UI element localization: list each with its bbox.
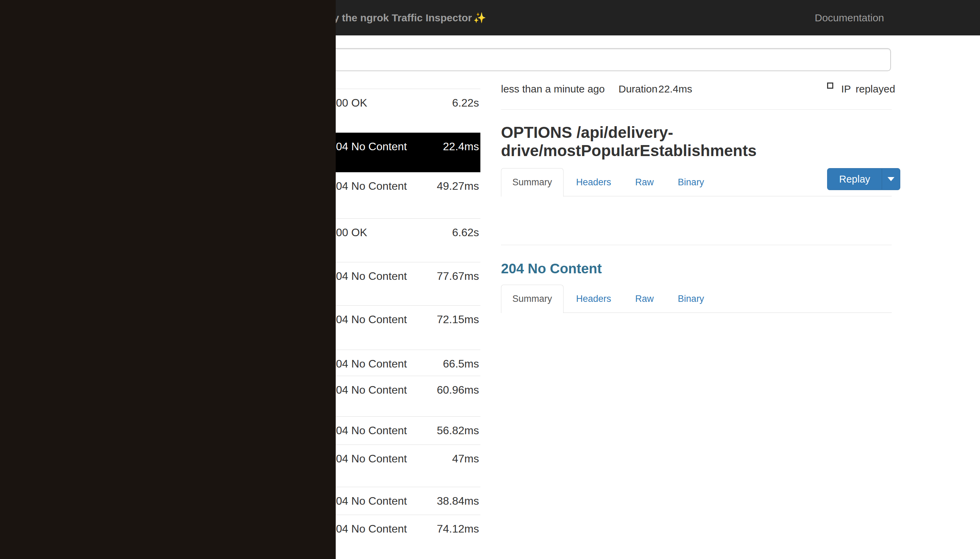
request-status: 204 No Content	[330, 384, 407, 396]
response-tab-summary[interactable]: Summary	[501, 284, 564, 313]
response-tab-raw[interactable]: Raw	[624, 284, 665, 313]
request-status: 204 No Content	[330, 424, 407, 437]
request-tab-headers[interactable]: Headers	[565, 168, 623, 197]
request-tab-binary[interactable]: Binary	[667, 168, 716, 197]
request-status: 204 No Content	[330, 523, 407, 535]
request-detail-panel: less than a minute ago Duration 22.4ms I…	[501, 0, 892, 559]
documentation-link[interactable]: Documentation	[815, 0, 884, 35]
request-status: 204 No Content	[330, 495, 407, 507]
request-duration: 77.67ms	[437, 270, 479, 282]
request-duration: 72.15ms	[437, 313, 479, 326]
request-duration: 56.82ms	[437, 424, 479, 437]
ngrok-inspector-page: y the ngrok Traffic Inspector ✨ Document…	[0, 0, 980, 559]
sparkles-icon: ✨	[473, 12, 486, 24]
response-tab-headers[interactable]: Headers	[565, 284, 623, 313]
request-duration: 22.4ms	[443, 140, 479, 153]
request-status: 204 No Content	[330, 140, 407, 153]
request-duration: 47ms	[452, 452, 479, 465]
request-status: 204 No Content	[330, 357, 407, 370]
response-tab-binary[interactable]: Binary	[667, 284, 716, 313]
request-duration: 74.12ms	[437, 523, 479, 535]
duration-label: Duration	[619, 83, 657, 96]
request-status: 204 No Content	[330, 270, 407, 282]
request-status: 204 No Content	[330, 452, 407, 465]
request-duration: 60.96ms	[437, 384, 479, 396]
response-tabs: SummaryHeadersRawBinary	[501, 284, 892, 313]
traffic-inspector-banner: y the ngrok Traffic Inspector ✨	[333, 0, 486, 35]
request-timestamp: less than a minute ago	[501, 83, 605, 96]
replay-dropdown-button[interactable]	[882, 168, 900, 190]
ip-label: IP	[841, 83, 851, 96]
caret-down-icon	[888, 177, 894, 181]
replay-button[interactable]: Replay	[827, 168, 882, 190]
request-duration: 66.5ms	[443, 357, 479, 370]
response-status-heading: 204 No Content	[501, 260, 602, 277]
banner-text: y the ngrok Traffic Inspector	[333, 12, 472, 24]
request-duration: 6.22s	[452, 97, 479, 109]
replay-split-button: Replay	[827, 168, 900, 190]
request-status: 204 No Content	[330, 313, 407, 326]
replayed-label: replayed	[856, 83, 895, 96]
meta-divider	[501, 109, 892, 110]
request-meta-row: less than a minute ago Duration 22.4ms I…	[501, 83, 892, 96]
duration-value: 22.4ms	[658, 83, 692, 96]
ip-checkbox[interactable]	[827, 83, 833, 89]
request-status: 204 No Content	[330, 180, 407, 192]
request-duration: 49.27ms	[437, 180, 479, 192]
request-duration: 6.62s	[452, 226, 479, 238]
request-title: OPTIONS /api/delivery-drive/mostPopularE…	[501, 123, 893, 160]
dark-side-panel	[0, 0, 336, 559]
request-tab-summary[interactable]: Summary	[501, 168, 564, 197]
request-tab-raw[interactable]: Raw	[624, 168, 665, 197]
request-duration: 38.84ms	[437, 495, 479, 507]
